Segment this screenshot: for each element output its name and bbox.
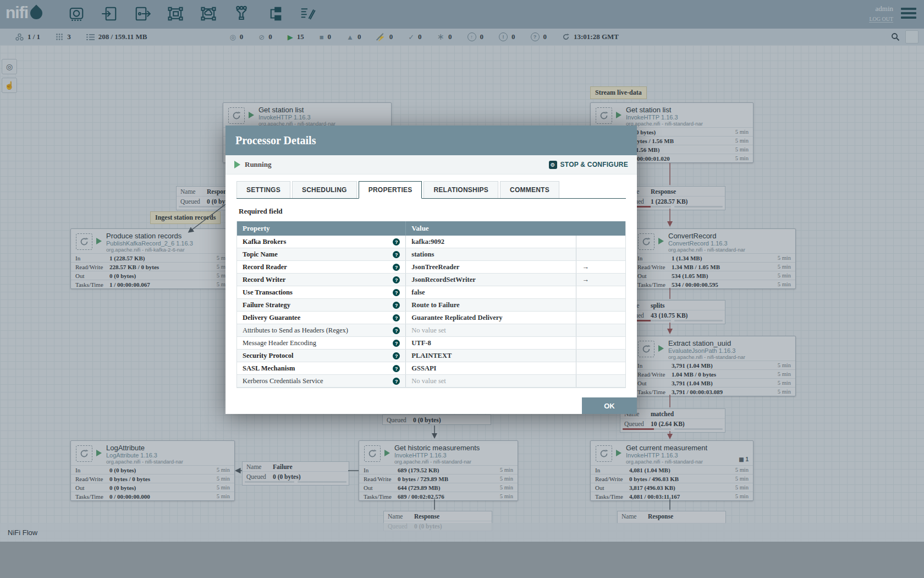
processor-details-dialog: Processor Details Running ⚙ STOP & CONFI… [226,126,637,414]
help-icon[interactable]: ? [393,276,400,283]
run-status-label: Running [245,160,271,169]
go-to-service-icon[interactable]: → [582,276,589,283]
property-row[interactable]: Record Writer? JsonRecordSetWriter → [237,274,625,286]
property-value[interactable]: No value set [411,377,446,385]
tab-scheduling[interactable]: SCHEDULING [292,181,357,198]
dialog-tabs: SETTINGS SCHEDULING PROPERTIES RELATIONS… [237,181,626,199]
dialog-status-row: Running ⚙ STOP & CONFIGURE [226,155,637,175]
property-name: Topic Name [243,250,278,258]
property-name: Record Writer [243,276,285,283]
property-row[interactable]: Delivery Guarantee? Guarantee Replicated… [237,312,625,324]
property-value[interactable]: PLAINTEXT [406,350,576,362]
property-row[interactable]: Kafka Brokers? kafka:9092 [237,236,625,248]
properties-table: Property Value Kafka Brokers? kafka:9092… [237,221,626,388]
tab-relationships[interactable]: RELATIONSHIPS [424,181,498,198]
property-name: Message Header Encoding [243,339,316,347]
dialog-header: Processor Details [226,126,637,155]
property-row[interactable]: Message Header Encoding? UTF-8 [237,337,625,350]
property-name: Security Protocol [243,352,293,359]
help-icon[interactable]: ? [393,365,400,372]
property-row[interactable]: Kerberos Credentials Service? No value s… [237,375,625,388]
property-value[interactable]: Guarantee Replicated Delivery [406,312,576,324]
property-name: Kerberos Credentials Service [243,377,323,385]
help-icon[interactable]: ? [393,238,400,246]
dialog-title: Processor Details [235,134,316,147]
property-row[interactable]: Topic Name? stations [237,248,625,261]
property-value[interactable]: kafka:9092 [406,236,576,248]
tab-settings[interactable]: SETTINGS [237,181,290,198]
ok-button[interactable]: OK [582,397,637,414]
property-value[interactable]: UTF-8 [406,337,576,350]
running-play-icon [234,161,240,168]
property-name: SASL Mechanism [243,364,295,372]
property-name: Failure Strategy [243,301,290,309]
property-value[interactable]: JsonRecordSetWriter [406,274,576,286]
property-name: Use Transactions [243,288,293,296]
help-icon[interactable]: ? [393,340,400,347]
go-to-service-icon[interactable]: → [582,263,589,271]
property-name: Delivery Guarantee [243,314,300,321]
tab-comments[interactable]: COMMENTS [500,181,559,198]
help-icon[interactable]: ? [393,352,400,359]
help-icon[interactable]: ? [393,378,400,385]
help-icon[interactable]: ? [393,302,400,309]
required-field-label: Required field [239,207,626,216]
property-name: Attributes to Send as Headers (Regex) [243,326,348,334]
property-value[interactable]: stations [406,248,576,261]
column-header-value: Value [406,221,576,236]
help-icon[interactable]: ? [393,327,400,334]
property-row[interactable]: Kerberos User Service? No value set [237,388,625,389]
gear-stop-icon: ⚙ [549,161,557,169]
property-row[interactable]: SASL Mechanism? GSSAPI [237,362,625,375]
property-name: Record Reader [243,263,287,271]
property-row[interactable]: Record Reader? JsonTreeReader → [237,261,625,274]
property-name: Kafka Brokers [243,238,286,246]
property-row[interactable]: Attributes to Send as Headers (Regex)? N… [237,324,625,337]
help-icon[interactable]: ? [393,289,400,296]
help-icon[interactable]: ? [393,314,400,321]
property-row[interactable]: Use Transactions? false [237,286,625,299]
property-value[interactable]: JsonTreeReader [406,261,576,274]
help-icon[interactable]: ? [393,251,400,258]
property-value[interactable]: Route to Failure [406,299,576,312]
property-row[interactable]: Failure Strategy? Route to Failure [237,299,625,312]
property-value[interactable]: No value set [411,326,446,334]
property-value[interactable]: GSSAPI [406,362,576,375]
property-row[interactable]: Security Protocol? PLAINTEXT [237,350,625,362]
stop-and-configure-button[interactable]: ⚙ STOP & CONFIGURE [549,161,628,169]
help-icon[interactable]: ? [393,264,400,271]
column-header-property: Property [237,221,406,236]
tab-properties[interactable]: PROPERTIES [359,181,422,199]
property-value[interactable]: false [406,286,576,299]
